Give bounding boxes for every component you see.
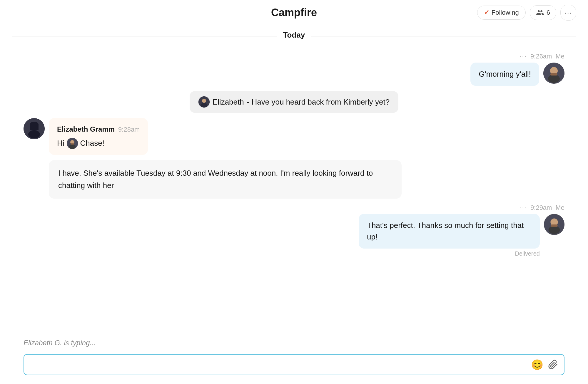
message-row: ··· 9:26am Me G'morning y'all!	[24, 53, 564, 86]
me2-text: That's perfect. Thanks so much for setti…	[367, 221, 524, 241]
svg-rect-15	[71, 143, 74, 145]
message-bubble: G'morning y'all!	[470, 63, 539, 86]
plain-message-wrapper: I have. She's available Tuesday at 9:30 …	[49, 160, 402, 199]
elizabeth-msg-text: - Have you heard back from Kimberly yet?	[247, 98, 390, 107]
chase-mini-avatar	[67, 138, 78, 149]
attachment-button[interactable]	[548, 360, 558, 370]
elizabeth-greeting-bubble: Elizabeth Gramm 9:28am Hi	[49, 118, 148, 155]
me2-dots: ···	[520, 204, 527, 212]
people-button[interactable]: 6	[530, 5, 556, 20]
elizabeth-greeting-text: Hi Chase!	[57, 137, 140, 149]
emoji-icon: 😊	[531, 359, 543, 370]
greeting-hi: Hi	[57, 137, 64, 149]
avatar-me	[543, 63, 564, 84]
me2-meta: ··· 9:29am Me	[359, 204, 564, 212]
message-meta: ··· 9:26am Me	[470, 53, 564, 60]
me2-sender: Me	[555, 204, 564, 212]
message-row-plain: I have. She's available Tuesday at 9:30 …	[24, 160, 564, 199]
message-dots: ···	[520, 53, 527, 60]
following-label: Following	[492, 9, 519, 16]
avatar-me2	[544, 214, 564, 235]
me2-bubble-wrapper: That's perfect. Thanks so much for setti…	[359, 214, 540, 257]
header-actions: ✓ Following 6 ···	[477, 5, 576, 21]
avatar-elizabeth	[24, 118, 45, 139]
me2-avatar-svg	[544, 214, 564, 235]
svg-point-6	[201, 103, 207, 108]
chat-area: ··· 9:26am Me G'morning y'all!	[0, 47, 588, 336]
message-row-center: Elizabeth - Have you heard back from Kim…	[24, 91, 564, 113]
me2-bubble: That's perfect. Thanks so much for setti…	[359, 214, 540, 249]
greeting-chase: Chase!	[80, 137, 104, 149]
delivered-label: Delivered	[359, 250, 540, 257]
people-count: 6	[547, 9, 550, 16]
typing-indicator: Elizabeth G. is typing...	[0, 336, 588, 350]
following-button[interactable]: ✓ Following	[477, 6, 526, 20]
elizabeth-time: 9:28am	[118, 125, 140, 134]
message-sender: Me	[555, 53, 564, 60]
message-time: 9:26am	[530, 53, 552, 60]
paperclip-icon	[548, 360, 558, 370]
message-bubble-center: Elizabeth - Have you heard back from Kim…	[190, 91, 399, 113]
check-icon: ✓	[484, 9, 489, 16]
message-row-me2: ··· 9:29am Me That's perfect. Thanks so …	[24, 204, 564, 257]
message-content-left: Elizabeth Gramm 9:28am Hi	[24, 118, 148, 155]
elizabeth-avatar-svg	[24, 118, 45, 139]
typing-text: Elizabeth G. is typing...	[24, 339, 96, 347]
page-title: Campfire	[271, 6, 317, 19]
elizabeth-meta: Elizabeth Gramm 9:28am	[57, 124, 140, 135]
me2-time: 9:29am	[530, 204, 552, 212]
more-dots: ···	[564, 9, 572, 17]
svg-rect-19	[551, 224, 557, 227]
plain-bubble: I have. She's available Tuesday at 9:30 …	[49, 160, 402, 199]
header: Campfire ✓ Following 6 ···	[0, 0, 588, 25]
svg-point-14	[69, 144, 76, 149]
date-divider: Today	[0, 25, 588, 47]
input-area: 😊	[0, 350, 588, 384]
me2-content-row: That's perfect. Thanks so much for setti…	[359, 214, 564, 257]
elizabeth-message-group: Elizabeth Gramm 9:28am Hi	[49, 118, 148, 155]
message-input[interactable]	[30, 360, 531, 369]
elizabeth-avatar-mini-svg	[198, 96, 210, 108]
svg-rect-11	[30, 124, 39, 130]
chase-avatar-mini-svg	[67, 138, 78, 149]
svg-point-2	[548, 75, 560, 83]
message-container: ··· 9:26am Me G'morning y'all!	[470, 53, 564, 86]
more-button[interactable]: ···	[560, 5, 576, 21]
me2-container: ··· 9:29am Me That's perfect. Thanks so …	[359, 204, 564, 257]
plain-message-text: I have. She's available Tuesday at 9:30 …	[58, 169, 373, 190]
message-text: G'morning y'all!	[479, 70, 531, 78]
person-icon	[536, 9, 544, 17]
elizabeth-sender-label: Elizabeth	[213, 98, 244, 107]
svg-rect-3	[550, 73, 557, 76]
svg-point-5	[202, 99, 206, 103]
input-wrapper: 😊	[24, 354, 564, 375]
svg-point-9	[28, 130, 40, 138]
elizabeth-mini-avatar	[198, 96, 210, 108]
message-content-row: G'morning y'all!	[470, 63, 564, 86]
message-row-elizabeth: Elizabeth Gramm 9:28am Hi	[24, 118, 564, 155]
input-icons: 😊	[531, 359, 558, 370]
date-label: Today	[277, 31, 311, 40]
emoji-button[interactable]: 😊	[531, 359, 543, 370]
me-avatar-svg	[543, 63, 564, 84]
svg-point-18	[548, 226, 560, 234]
elizabeth-sender-name: Elizabeth Gramm	[57, 124, 115, 135]
